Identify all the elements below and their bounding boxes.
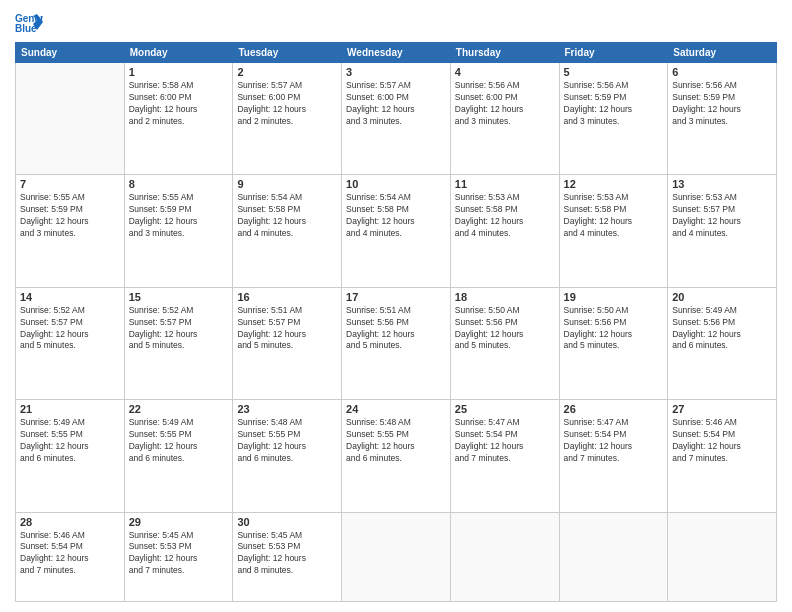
day-number: 25 — [455, 403, 555, 415]
day-info: Sunrise: 5:57 AM Sunset: 6:00 PM Dayligh… — [346, 80, 446, 128]
day-number: 6 — [672, 66, 772, 78]
day-number: 29 — [129, 516, 229, 528]
calendar-cell: 9Sunrise: 5:54 AM Sunset: 5:58 PM Daylig… — [233, 175, 342, 287]
day-number: 24 — [346, 403, 446, 415]
calendar-cell — [559, 512, 668, 601]
day-info: Sunrise: 5:45 AM Sunset: 5:53 PM Dayligh… — [129, 530, 229, 578]
day-info: Sunrise: 5:56 AM Sunset: 6:00 PM Dayligh… — [455, 80, 555, 128]
day-number: 9 — [237, 178, 337, 190]
day-number: 28 — [20, 516, 120, 528]
day-info: Sunrise: 5:54 AM Sunset: 5:58 PM Dayligh… — [346, 192, 446, 240]
day-info: Sunrise: 5:48 AM Sunset: 5:55 PM Dayligh… — [346, 417, 446, 465]
calendar-cell: 12Sunrise: 5:53 AM Sunset: 5:58 PM Dayli… — [559, 175, 668, 287]
col-header-thursday: Thursday — [450, 43, 559, 63]
day-info: Sunrise: 5:56 AM Sunset: 5:59 PM Dayligh… — [672, 80, 772, 128]
header: General Blue — [15, 10, 777, 34]
day-info: Sunrise: 5:58 AM Sunset: 6:00 PM Dayligh… — [129, 80, 229, 128]
calendar-cell: 5Sunrise: 5:56 AM Sunset: 5:59 PM Daylig… — [559, 63, 668, 175]
calendar-cell: 23Sunrise: 5:48 AM Sunset: 5:55 PM Dayli… — [233, 400, 342, 512]
day-info: Sunrise: 5:45 AM Sunset: 5:53 PM Dayligh… — [237, 530, 337, 578]
logo-icon: General Blue — [15, 10, 43, 34]
day-info: Sunrise: 5:49 AM Sunset: 5:55 PM Dayligh… — [129, 417, 229, 465]
col-header-tuesday: Tuesday — [233, 43, 342, 63]
day-info: Sunrise: 5:47 AM Sunset: 5:54 PM Dayligh… — [455, 417, 555, 465]
calendar-cell: 16Sunrise: 5:51 AM Sunset: 5:57 PM Dayli… — [233, 287, 342, 399]
day-info: Sunrise: 5:48 AM Sunset: 5:55 PM Dayligh… — [237, 417, 337, 465]
calendar-cell: 10Sunrise: 5:54 AM Sunset: 5:58 PM Dayli… — [342, 175, 451, 287]
calendar-cell: 25Sunrise: 5:47 AM Sunset: 5:54 PM Dayli… — [450, 400, 559, 512]
day-info: Sunrise: 5:51 AM Sunset: 5:56 PM Dayligh… — [346, 305, 446, 353]
col-header-saturday: Saturday — [668, 43, 777, 63]
calendar-cell: 11Sunrise: 5:53 AM Sunset: 5:58 PM Dayli… — [450, 175, 559, 287]
col-header-wednesday: Wednesday — [342, 43, 451, 63]
day-number: 7 — [20, 178, 120, 190]
calendar-cell: 4Sunrise: 5:56 AM Sunset: 6:00 PM Daylig… — [450, 63, 559, 175]
day-number: 20 — [672, 291, 772, 303]
calendar-cell — [342, 512, 451, 601]
day-number: 3 — [346, 66, 446, 78]
calendar-cell: 27Sunrise: 5:46 AM Sunset: 5:54 PM Dayli… — [668, 400, 777, 512]
day-number: 30 — [237, 516, 337, 528]
day-info: Sunrise: 5:56 AM Sunset: 5:59 PM Dayligh… — [564, 80, 664, 128]
calendar-cell: 1Sunrise: 5:58 AM Sunset: 6:00 PM Daylig… — [124, 63, 233, 175]
day-number: 18 — [455, 291, 555, 303]
calendar-cell: 13Sunrise: 5:53 AM Sunset: 5:57 PM Dayli… — [668, 175, 777, 287]
col-header-sunday: Sunday — [16, 43, 125, 63]
day-number: 26 — [564, 403, 664, 415]
day-number: 2 — [237, 66, 337, 78]
col-header-friday: Friday — [559, 43, 668, 63]
calendar-cell: 28Sunrise: 5:46 AM Sunset: 5:54 PM Dayli… — [16, 512, 125, 601]
day-number: 14 — [20, 291, 120, 303]
day-number: 10 — [346, 178, 446, 190]
day-number: 15 — [129, 291, 229, 303]
calendar-cell: 24Sunrise: 5:48 AM Sunset: 5:55 PM Dayli… — [342, 400, 451, 512]
day-number: 13 — [672, 178, 772, 190]
day-number: 27 — [672, 403, 772, 415]
logo: General Blue — [15, 10, 47, 34]
calendar-cell: 30Sunrise: 5:45 AM Sunset: 5:53 PM Dayli… — [233, 512, 342, 601]
calendar-cell: 6Sunrise: 5:56 AM Sunset: 5:59 PM Daylig… — [668, 63, 777, 175]
calendar-cell — [668, 512, 777, 601]
day-info: Sunrise: 5:52 AM Sunset: 5:57 PM Dayligh… — [20, 305, 120, 353]
calendar-cell: 17Sunrise: 5:51 AM Sunset: 5:56 PM Dayli… — [342, 287, 451, 399]
calendar-cell: 20Sunrise: 5:49 AM Sunset: 5:56 PM Dayli… — [668, 287, 777, 399]
day-number: 11 — [455, 178, 555, 190]
day-number: 1 — [129, 66, 229, 78]
calendar-cell: 22Sunrise: 5:49 AM Sunset: 5:55 PM Dayli… — [124, 400, 233, 512]
day-number: 5 — [564, 66, 664, 78]
calendar-cell: 18Sunrise: 5:50 AM Sunset: 5:56 PM Dayli… — [450, 287, 559, 399]
calendar-cell: 8Sunrise: 5:55 AM Sunset: 5:59 PM Daylig… — [124, 175, 233, 287]
day-info: Sunrise: 5:50 AM Sunset: 5:56 PM Dayligh… — [564, 305, 664, 353]
calendar-cell: 2Sunrise: 5:57 AM Sunset: 6:00 PM Daylig… — [233, 63, 342, 175]
calendar-cell: 29Sunrise: 5:45 AM Sunset: 5:53 PM Dayli… — [124, 512, 233, 601]
day-number: 21 — [20, 403, 120, 415]
day-number: 22 — [129, 403, 229, 415]
day-info: Sunrise: 5:55 AM Sunset: 5:59 PM Dayligh… — [129, 192, 229, 240]
day-info: Sunrise: 5:47 AM Sunset: 5:54 PM Dayligh… — [564, 417, 664, 465]
day-info: Sunrise: 5:55 AM Sunset: 5:59 PM Dayligh… — [20, 192, 120, 240]
day-number: 16 — [237, 291, 337, 303]
day-number: 4 — [455, 66, 555, 78]
calendar-table: SundayMondayTuesdayWednesdayThursdayFrid… — [15, 42, 777, 602]
calendar-cell — [16, 63, 125, 175]
day-info: Sunrise: 5:46 AM Sunset: 5:54 PM Dayligh… — [20, 530, 120, 578]
calendar-cell: 14Sunrise: 5:52 AM Sunset: 5:57 PM Dayli… — [16, 287, 125, 399]
col-header-monday: Monday — [124, 43, 233, 63]
day-number: 8 — [129, 178, 229, 190]
day-info: Sunrise: 5:53 AM Sunset: 5:58 PM Dayligh… — [564, 192, 664, 240]
calendar-cell: 19Sunrise: 5:50 AM Sunset: 5:56 PM Dayli… — [559, 287, 668, 399]
day-number: 19 — [564, 291, 664, 303]
day-info: Sunrise: 5:53 AM Sunset: 5:58 PM Dayligh… — [455, 192, 555, 240]
day-info: Sunrise: 5:50 AM Sunset: 5:56 PM Dayligh… — [455, 305, 555, 353]
day-info: Sunrise: 5:54 AM Sunset: 5:58 PM Dayligh… — [237, 192, 337, 240]
day-number: 23 — [237, 403, 337, 415]
day-number: 12 — [564, 178, 664, 190]
day-info: Sunrise: 5:53 AM Sunset: 5:57 PM Dayligh… — [672, 192, 772, 240]
calendar-cell: 7Sunrise: 5:55 AM Sunset: 5:59 PM Daylig… — [16, 175, 125, 287]
page: General Blue SundayMondayTuesdayWednesda… — [0, 0, 792, 612]
day-info: Sunrise: 5:52 AM Sunset: 5:57 PM Dayligh… — [129, 305, 229, 353]
day-info: Sunrise: 5:51 AM Sunset: 5:57 PM Dayligh… — [237, 305, 337, 353]
calendar-cell: 3Sunrise: 5:57 AM Sunset: 6:00 PM Daylig… — [342, 63, 451, 175]
day-info: Sunrise: 5:49 AM Sunset: 5:56 PM Dayligh… — [672, 305, 772, 353]
calendar-cell: 21Sunrise: 5:49 AM Sunset: 5:55 PM Dayli… — [16, 400, 125, 512]
